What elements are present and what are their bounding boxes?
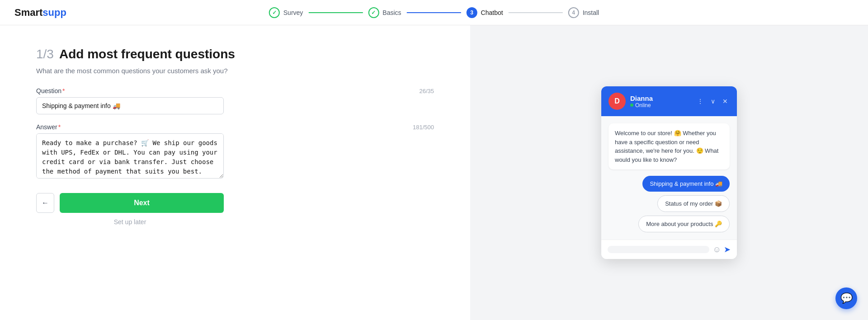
step-survey-label: Survey — [283, 9, 303, 16]
page-title-row: 1/3 Add most frequent questions — [36, 47, 434, 61]
step-install: 4 Install — [568, 7, 599, 18]
step-survey: ✓ Survey — [269, 7, 303, 18]
button-row: ← Next — [36, 193, 434, 213]
answer-char-count: 181/500 — [413, 124, 434, 131]
question-char-count: 26/35 — [419, 88, 434, 94]
connector-1 — [308, 12, 363, 13]
step-install-icon: 4 — [568, 7, 579, 18]
question-label-row: Question* 26/35 — [36, 87, 434, 94]
status-text: Online — [635, 102, 651, 108]
chat-close-button[interactable]: ✕ — [721, 97, 730, 106]
connector-2 — [407, 12, 461, 13]
logo: Smartsupp — [14, 7, 66, 19]
emoji-button[interactable]: ☺ — [713, 245, 721, 254]
step-chatbot-icon: 3 — [467, 7, 477, 18]
chat-body: Welcome to our store! 🤗 Whether you have… — [601, 116, 737, 240]
chat-footer: ☺ ➤ — [601, 240, 737, 259]
answer-label: Answer* — [36, 123, 61, 131]
step-survey-icon: ✓ — [269, 7, 280, 18]
chat-header: D Dianna Online ⋮ ∨ ✕ — [601, 86, 737, 116]
agent-name: Dianna — [630, 94, 691, 102]
answer-label-row: Answer* 181/500 — [36, 123, 434, 131]
step-install-label: Install — [583, 9, 599, 16]
send-button[interactable]: ➤ — [724, 245, 731, 254]
chat-more-button[interactable]: ⋮ — [695, 97, 705, 106]
question-group: Question* 26/35 — [36, 87, 434, 114]
option-shipping[interactable]: Shipping & payment info 🚚 — [642, 176, 730, 192]
right-panel: D Dianna Online ⋮ ∨ ✕ Welcome to our sto… — [470, 25, 868, 320]
question-input[interactable] — [36, 97, 224, 114]
header: Smartsupp ✓ Survey ✓ Basics 3 Chatbot 4 … — [0, 0, 868, 25]
avatar: D — [609, 93, 626, 110]
chat-footer-actions: ☺ ➤ — [713, 245, 731, 254]
chat-minimize-button[interactable]: ∨ — [709, 97, 717, 106]
connector-3 — [509, 12, 563, 13]
option-order[interactable]: Status of my order 📦 — [657, 195, 730, 212]
step-chatbot: 3 Chatbot — [467, 7, 503, 18]
step-basics-icon: ✓ — [368, 7, 379, 18]
next-button[interactable]: Next — [60, 193, 224, 213]
chat-header-actions: ⋮ ∨ ✕ — [695, 97, 730, 106]
step-basics: ✓ Basics — [368, 7, 401, 18]
chat-float-button[interactable]: 💬 — [835, 287, 857, 309]
chat-widget: D Dianna Online ⋮ ∨ ✕ Welcome to our sto… — [601, 86, 737, 259]
logo-smart: Smart — [14, 7, 42, 19]
main-content: 1/3 Add most frequent questions What are… — [0, 25, 868, 320]
back-button[interactable]: ← — [36, 193, 54, 213]
agent-status: Online — [630, 102, 691, 108]
answer-group: Answer* 181/500 Ready to make a purchase… — [36, 123, 434, 180]
logo-supp: supp — [42, 7, 66, 19]
option-products[interactable]: More about your products 🔑 — [638, 216, 730, 232]
step-fraction: 1/3 — [36, 47, 54, 61]
answer-textarea[interactable]: Ready to make a purchase? 🛒 We ship our … — [36, 133, 224, 179]
welcome-bubble: Welcome to our store! 🤗 Whether you have… — [609, 123, 730, 169]
chat-header-info: Dianna Online — [630, 94, 691, 108]
setup-later-link[interactable]: Set up later — [36, 218, 224, 226]
step-basics-label: Basics — [382, 9, 401, 16]
left-panel: 1/3 Add most frequent questions What are… — [0, 25, 470, 320]
chat-input[interactable] — [608, 246, 709, 253]
question-label: Question* — [36, 87, 65, 94]
status-dot — [630, 104, 633, 107]
page-title: Add most frequent questions — [59, 47, 235, 61]
page-subtitle: What are the most common questions your … — [36, 67, 434, 75]
step-chatbot-label: Chatbot — [481, 9, 503, 16]
chat-options: Shipping & payment info 🚚 Status of my o… — [609, 176, 730, 232]
stepper: ✓ Survey ✓ Basics 3 Chatbot 4 Install — [269, 7, 599, 18]
